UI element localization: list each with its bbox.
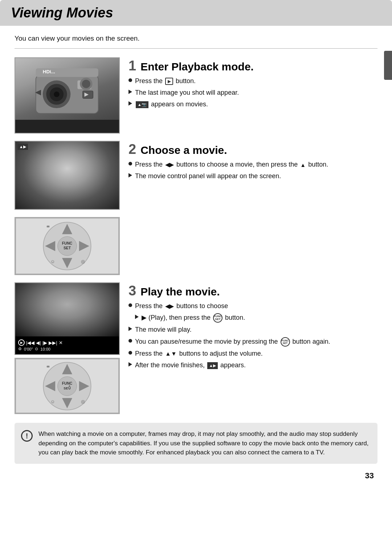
page-title: Viewing Movies xyxy=(11,5,381,21)
controller-row: FUNC SET ☺ ◎ xyxy=(15,217,377,275)
step-1-heading-row: 1 Enter Playback mode. xyxy=(128,59,377,73)
lr-arrows-icon-2: ◀▶ xyxy=(165,302,174,310)
step-3-row: ▶ |◀◀ ◀| |▶ ▶▶| ✕ ⚙ 0'00" ⊙ 10:00 xyxy=(15,282,377,414)
up-down-arrows-icon: ▲▼ xyxy=(165,350,177,358)
step-3-bullet-4: Press the ▲▼ buttons to adjust the volum… xyxy=(128,349,377,358)
step-1-bullet-2-text: The last image you shot will appear. xyxy=(135,88,239,97)
svg-rect-20 xyxy=(47,226,50,228)
slow-fwd-icon: |▶ xyxy=(42,340,47,345)
note-exclamation-icon: ! xyxy=(21,430,33,442)
right-edge-tab xyxy=(384,51,392,80)
sub-arrow-icon xyxy=(135,315,139,319)
play-button[interactable]: ▶ xyxy=(18,339,25,346)
step-2-bullet-1: Press the ◀▶ buttons to choose a movie, … xyxy=(128,160,377,169)
step-2-bullets: Press the ◀▶ buttons to choose a movie, … xyxy=(128,160,377,181)
step-1-number: 1 xyxy=(128,59,136,73)
step-2-heading-row: 2 Choose a movie. xyxy=(128,142,377,156)
dog-photo: ▲▶ xyxy=(15,142,119,209)
step-3-bullet-4-text: Press the ▲▼ buttons to adjust the volum… xyxy=(135,349,263,358)
step-1-heading: Enter Playback mode. xyxy=(140,61,254,73)
step-1-content: 1 Enter Playback mode. Press the ▶ butto… xyxy=(128,57,377,112)
bullet-arrow-icon-5 xyxy=(128,362,132,367)
title-bar: Viewing Movies xyxy=(0,0,392,26)
step-2-bullet-2: The movie control panel will appear on t… xyxy=(128,172,377,181)
step-3-bullet-1b-text: ▶ (Play), then press the FUNCSET button. xyxy=(142,313,245,323)
controller-image-col: FUNC SET ☺ ◎ xyxy=(15,217,120,275)
step-2-heading: Choose a movie. xyxy=(140,144,227,156)
step-1-bullet-2: The last image you shot will appear. xyxy=(128,88,377,97)
movie-badge-icon: ▲📷 xyxy=(136,101,148,108)
subtitle: You can view your movies on the screen. xyxy=(15,34,377,42)
step-3-number: 3 xyxy=(128,284,136,298)
settings-icon: ⚙ xyxy=(18,347,22,351)
up-arrow-icon: ▲ xyxy=(300,161,306,169)
svg-text:FUNC: FUNC xyxy=(62,241,73,245)
svg-text:☺: ☺ xyxy=(50,259,55,264)
step-2-bullet-2-text: The movie control panel will appear on t… xyxy=(135,172,281,181)
step-1-images: HDi... xyxy=(15,57,120,134)
stop-icon: ✕ xyxy=(59,340,63,345)
step-2-images: ▲▶ xyxy=(15,141,120,210)
svg-point-22 xyxy=(58,376,77,396)
left-right-arrows-icon: ◀▶ xyxy=(165,161,174,169)
note-box: ! When watching a movie on a computer, f… xyxy=(15,423,377,464)
func-set-icon: FUNCSET xyxy=(213,313,222,323)
controller-display-2: FUNC SEǕ ☺ ◎ xyxy=(15,359,119,413)
step-3-controller-image: FUNC SEǕ ☺ ◎ xyxy=(15,358,120,414)
step-3-bullets: Press the ◀▶ buttons to choose ▶ (Play),… xyxy=(128,302,377,370)
step-1-row: HDi... 1 Enter Playback mode. xyxy=(15,57,377,134)
svg-text:◎: ◎ xyxy=(81,259,85,264)
svg-point-5 xyxy=(54,91,60,97)
svg-rect-27 xyxy=(47,365,50,367)
movie-indicator-badge: ▲▶ xyxy=(17,144,28,150)
step-3-bullet-1b: ▶ (Play), then press the FUNCSET button. xyxy=(128,313,377,323)
step-3-playback-image: ▶ |◀◀ ◀| |▶ ▶▶| ✕ ⚙ 0'00" ⊙ 10:00 xyxy=(15,282,120,355)
step-3-bullet-2-text: The movie will play. xyxy=(135,325,192,334)
controller-display: FUNC SET ☺ ◎ xyxy=(15,218,119,274)
bullet-circle-icon-3 xyxy=(128,303,132,307)
slow-back-icon: ◀| xyxy=(36,340,41,345)
bullet-arrow-icon-3 xyxy=(128,173,132,177)
svg-text:FUNC: FUNC xyxy=(62,381,73,385)
step-3-images: ▶ |◀◀ ◀| |▶ ▶▶| ✕ ⚙ 0'00" ⊙ 10:00 xyxy=(15,282,120,414)
step-1-bullet-3-text: ▲📷 appears on movies. xyxy=(135,100,208,109)
step-3-bullet-5: After the movie finishes, ▲▶ appears. xyxy=(128,361,377,370)
current-time: 0'00" xyxy=(24,347,33,351)
svg-point-9 xyxy=(82,79,90,88)
controller-image-box: FUNC SET ☺ ◎ xyxy=(15,217,120,275)
step-1-bullets: Press the ▶ button. The last image you s… xyxy=(128,77,377,109)
divider xyxy=(15,48,377,49)
dog-fur-texture xyxy=(15,142,119,209)
step-3-content: 3 Play the movie. Press the ◀▶ buttons t… xyxy=(128,282,377,372)
step-1-image-camera: HDi... xyxy=(15,57,120,134)
svg-text:☺: ☺ xyxy=(50,398,55,404)
playback-dog-video xyxy=(15,283,119,336)
svg-text:HDi...: HDi... xyxy=(43,69,55,74)
step-2-bullet-1-text: Press the ◀▶ buttons to choose a movie, … xyxy=(135,160,328,169)
step-3-bullet-1-text: Press the ◀▶ buttons to choose xyxy=(135,302,228,311)
svg-text:SET: SET xyxy=(64,246,71,250)
playback-screen: ▶ |◀◀ ◀| |▶ ▶▶| ✕ ⚙ 0'00" ⊙ 10:00 xyxy=(15,283,119,354)
step-3-bullet-1: Press the ◀▶ buttons to choose xyxy=(128,302,377,311)
playback-controls-bar: ▶ |◀◀ ◀| |▶ ▶▶| ✕ ⚙ 0'00" ⊙ 10:00 xyxy=(15,336,119,354)
end-time: 10:00 xyxy=(40,347,50,351)
bullet-circle-icon-5 xyxy=(128,351,132,355)
step-3-bullet-2: The movie will play. xyxy=(128,325,377,334)
func-set-controller-svg-2: FUNC SEǕ ☺ ◎ xyxy=(40,359,94,413)
fast-fwd-icon: ▶▶| xyxy=(49,340,57,345)
step-2-number: 2 xyxy=(128,142,136,156)
camera-top-view: HDi... xyxy=(15,58,119,120)
step-3-bullet-3-text: You can pause/resume the movie by pressi… xyxy=(135,337,330,347)
bullet-circle-icon-2 xyxy=(128,162,132,165)
func-set-icon-2: FUNCSET xyxy=(281,337,290,347)
note-text: When watching a movie on a computer, fra… xyxy=(38,429,369,457)
bullet-circle-icon xyxy=(128,78,132,82)
step-1-bullet-1: Press the ▶ button. xyxy=(128,77,377,86)
play-icon: ▶ xyxy=(165,78,173,85)
control-icons-row: ▶ |◀◀ ◀| |▶ ▶▶| ✕ xyxy=(18,339,116,346)
step-1-bullet-3: ▲📷 appears on movies. xyxy=(128,100,377,109)
rewind-icon: |◀◀ xyxy=(26,340,34,345)
bullet-arrow-icon-4 xyxy=(128,327,132,331)
step-2-image-dog: ▲▶ xyxy=(15,141,120,210)
step-2-row: ▲▶ 2 Choose a movie. Press the ◀▶ button… xyxy=(15,141,377,210)
